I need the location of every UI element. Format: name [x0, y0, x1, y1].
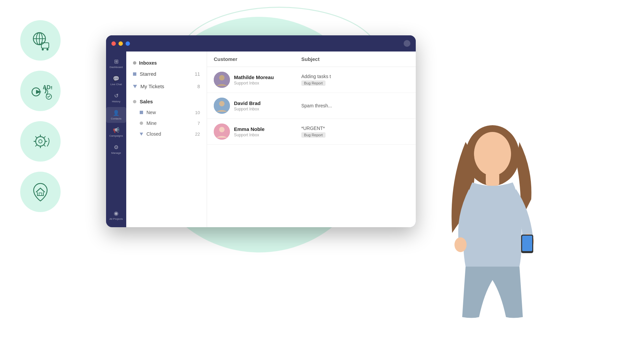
sales-section: Sales New 10 Mine 7 Closed 22: [126, 96, 207, 139]
table-row[interactable]: Emma Noble Support Inbox *URGENT* Bug Re…: [207, 119, 416, 145]
new-count: 10: [195, 110, 200, 115]
sidebar-label-dashboard: Dashboard: [109, 66, 123, 69]
history-icon: ↺: [114, 93, 118, 99]
svg-rect-28: [522, 236, 532, 251]
customer-name-mathilde: Mathilde Moreau: [234, 74, 274, 80]
sidebar-item-campaigns[interactable]: 📢 Campaigns: [106, 124, 126, 140]
left-icon-group: ADs: [20, 20, 61, 212]
sidebar-item-contacts[interactable]: 👤 Contacts: [106, 107, 126, 123]
mytickets-item[interactable]: My Tickets 8: [126, 80, 207, 93]
mytickets-label: My Tickets: [140, 83, 194, 89]
campaigns-icon: 📢: [113, 127, 120, 133]
svg-rect-24: [486, 172, 499, 186]
mine-count: 7: [198, 121, 200, 126]
mine-subitem[interactable]: Mine 7: [126, 118, 207, 129]
sidebar-item-allprojects[interactable]: ◉ All Projects: [106, 207, 126, 223]
customer-cell-2: David Brad Support Inbox: [214, 98, 301, 114]
subject-cell-2: Spam thresh...: [301, 103, 409, 108]
starred-item[interactable]: Starred 11: [126, 68, 207, 80]
svg-point-14: [39, 140, 42, 143]
woman-figure: [422, 115, 563, 344]
svg-point-25: [454, 237, 467, 252]
closed-label: Closed: [146, 131, 192, 137]
manage-icon: ⚙: [114, 144, 118, 150]
sales-dot: [133, 100, 136, 103]
col-header-subject: Subject: [301, 56, 409, 62]
title-bar: [106, 35, 416, 51]
sidebar-item-history[interactable]: ↺ History: [106, 90, 126, 106]
main-content: Customer Subject Mathilde Moreau: [207, 51, 416, 227]
svg-point-23: [474, 132, 511, 176]
mine-icon: [140, 122, 143, 125]
inboxes-dot: [133, 61, 136, 65]
sidebar-left-panel: Inboxes Starred 11 My Tickets 8 Sales: [126, 51, 207, 227]
customer-name-david: David Brad: [234, 100, 261, 106]
globe-cart-icon: [20, 20, 61, 61]
inboxes-label: Inboxes: [139, 60, 157, 66]
table-header: Customer Subject: [207, 51, 416, 67]
sidebar-item-dashboard[interactable]: ⊞ Dashboard: [106, 56, 126, 71]
customer-inbox-emma: Support Inbox: [234, 133, 265, 137]
allprojects-icon: ◉: [114, 210, 118, 216]
starred-count: 11: [195, 71, 200, 77]
app-content: ⊞ Dashboard 💬 Live Chat ↺ History 👤 Cont…: [106, 51, 416, 227]
svg-point-21: [219, 127, 225, 132]
mine-label: Mine: [146, 121, 194, 126]
maximize-dot[interactable]: [126, 41, 130, 46]
svg-point-19: [219, 101, 225, 106]
closed-count: 22: [195, 132, 200, 137]
sales-label: Sales: [140, 99, 153, 104]
closed-subitem[interactable]: Closed 22: [126, 129, 207, 139]
closed-icon: [140, 133, 143, 136]
subject-cell-1: Adding tasks t Bug Report: [301, 74, 409, 86]
starred-label: Starred: [140, 71, 191, 77]
customer-info-mathilde: Mathilde Moreau Support Inbox: [234, 74, 274, 85]
subject-text-emma: *URGENT*: [301, 126, 409, 131]
customer-cell-1: Mathilde Moreau Support Inbox: [214, 72, 301, 88]
mytickets-icon: [133, 85, 137, 88]
table-row[interactable]: David Brad Support Inbox Spam thresh...: [207, 93, 416, 119]
dashboard-icon: ⊞: [114, 58, 118, 65]
avatar-emma: [214, 124, 230, 140]
contacts-icon: 👤: [113, 110, 120, 116]
inboxes-header: Inboxes: [126, 58, 207, 68]
starred-icon: [133, 72, 136, 76]
table-row[interactable]: Mathilde Moreau Support Inbox Adding tas…: [207, 67, 416, 93]
avatar-mathilde: [214, 72, 230, 88]
sidebar-item-livechat[interactable]: 💬 Live Chat: [106, 73, 126, 89]
sidebar-item-manage[interactable]: ⚙ Manage: [106, 141, 126, 157]
subject-text-mathilde: Adding tasks t: [301, 74, 409, 79]
svg-point-5: [42, 48, 44, 50]
sidebar-label-contacts: Contacts: [111, 117, 122, 120]
new-icon: [140, 111, 143, 114]
tag-emma: Bug Report: [301, 132, 326, 138]
sidebar-label-livechat: Live Chat: [110, 83, 122, 86]
minimize-dot[interactable]: [118, 41, 123, 46]
svg-point-17: [219, 75, 225, 80]
narrow-sidebar: ⊞ Dashboard 💬 Live Chat ↺ History 👤 Cont…: [106, 51, 126, 227]
sidebar-label-allprojects: All Projects: [109, 217, 123, 220]
close-dot[interactable]: [111, 41, 116, 46]
svg-marker-10: [36, 90, 41, 94]
customer-inbox-mathilde: Support Inbox: [234, 81, 274, 85]
settings-cycle-icon: [20, 121, 61, 162]
subject-text-david: Spam thresh...: [301, 103, 409, 108]
customer-name-emma: Emma Noble: [234, 126, 265, 132]
app-window: ⊞ Dashboard 💬 Live Chat ↺ History 👤 Cont…: [106, 35, 416, 227]
sidebar-label-campaigns: Campaigns: [109, 134, 123, 137]
customer-info-emma: Emma Noble Support Inbox: [234, 126, 265, 137]
svg-point-6: [46, 48, 48, 50]
customer-info-david: David Brad Support Inbox: [234, 100, 261, 111]
col-header-customer: Customer: [214, 56, 301, 62]
avatar-david: [214, 98, 230, 114]
svg-text:ADs: ADs: [43, 84, 52, 90]
subject-cell-3: *URGENT* Bug Report: [301, 126, 409, 138]
livechat-icon: 💬: [113, 75, 120, 82]
tag-mathilde: Bug Report: [301, 80, 326, 86]
sales-header[interactable]: Sales: [126, 96, 207, 107]
sidebar-label-manage: Manage: [111, 151, 121, 154]
title-bar-action: [404, 40, 410, 47]
customer-cell-3: Emma Noble Support Inbox: [214, 124, 301, 140]
svg-point-13: [36, 137, 45, 146]
new-subitem[interactable]: New 10: [126, 107, 207, 118]
